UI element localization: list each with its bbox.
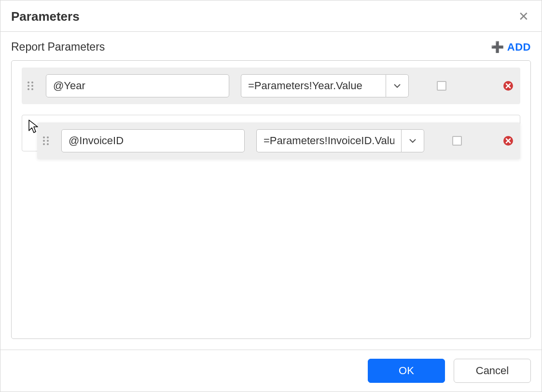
svg-point-4 <box>28 88 29 90</box>
svg-point-3 <box>31 85 33 87</box>
dialog-title: Parameters <box>11 9 80 24</box>
parameter-name-input[interactable] <box>61 129 245 152</box>
svg-point-8 <box>47 136 49 138</box>
add-button-label: ADD <box>507 41 531 54</box>
add-button[interactable]: ➕ ADD <box>491 41 531 54</box>
plus-icon: ➕ <box>491 42 504 53</box>
delete-button[interactable] <box>503 135 514 146</box>
cancel-button[interactable]: Cancel <box>454 359 531 383</box>
parameter-value-group <box>256 129 424 152</box>
value-dropdown-button[interactable] <box>401 129 424 152</box>
parameter-value-input[interactable] <box>241 74 386 97</box>
parameter-row <box>37 122 520 159</box>
svg-point-11 <box>43 143 45 145</box>
parameter-checkbox[interactable] <box>452 136 462 146</box>
svg-point-9 <box>43 140 45 142</box>
svg-point-7 <box>43 136 45 138</box>
parameter-checkbox[interactable] <box>437 81 446 91</box>
svg-point-12 <box>47 143 49 145</box>
delete-button[interactable] <box>503 81 514 91</box>
parameters-list <box>11 60 531 339</box>
dialog-footer: OK Cancel <box>0 350 542 392</box>
parameter-value-group <box>241 74 409 97</box>
svg-point-10 <box>47 140 49 142</box>
svg-point-2 <box>28 85 29 87</box>
value-dropdown-button[interactable] <box>386 74 409 97</box>
dialog-body: Report Parameters ➕ ADD <box>0 32 542 350</box>
dialog-header: Parameters ✕ <box>0 0 542 32</box>
ok-button[interactable]: OK <box>368 359 445 383</box>
svg-point-5 <box>31 88 33 90</box>
svg-point-1 <box>31 81 33 83</box>
drag-handle-icon[interactable] <box>27 80 34 92</box>
parameter-row <box>22 68 520 104</box>
parameters-dialog: Parameters ✕ Report Parameters ➕ ADD <box>0 0 542 392</box>
parameter-value-input[interactable] <box>256 129 401 152</box>
parameter-name-input[interactable] <box>46 74 229 97</box>
close-icon[interactable]: ✕ <box>516 8 531 25</box>
drag-handle-icon[interactable] <box>42 135 50 147</box>
section-title: Report Parameters <box>11 41 105 54</box>
section-header: Report Parameters ➕ ADD <box>11 41 531 54</box>
svg-point-0 <box>28 81 29 83</box>
